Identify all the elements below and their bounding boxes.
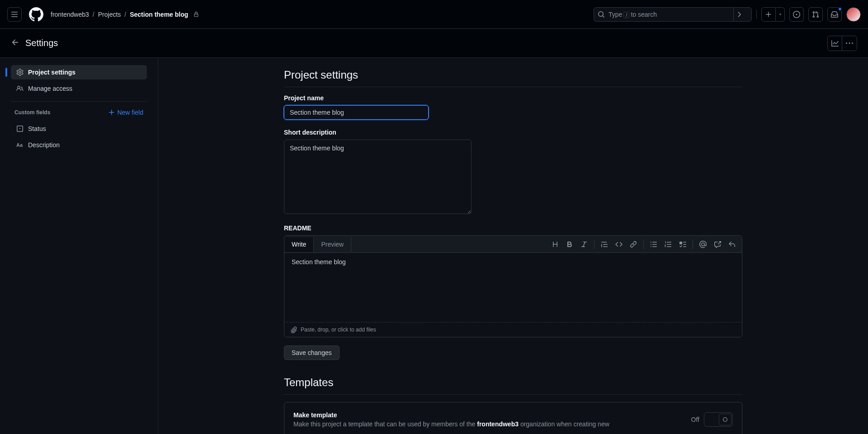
mention-button[interactable] [697, 238, 709, 251]
search-input[interactable]: Type/to search [594, 7, 752, 22]
breadcrumb-current[interactable]: Section theme blog [130, 11, 188, 18]
view-options [827, 36, 857, 51]
task-list-icon [679, 241, 686, 248]
github-icon [29, 7, 43, 22]
breadcrumb-projects[interactable]: Projects [98, 11, 121, 18]
template-description: Make this project a template that can be… [293, 420, 609, 428]
circle-icon [722, 416, 728, 423]
github-logo[interactable] [29, 7, 43, 22]
nav-field-status[interactable]: Status [11, 121, 147, 136]
hamburger-icon [11, 11, 18, 18]
editor-toolbar [549, 238, 738, 251]
lock-icon [193, 12, 199, 17]
graph-icon [831, 40, 839, 47]
pull-requests-button[interactable] [808, 7, 823, 22]
gear-icon [16, 69, 24, 76]
code-icon [615, 241, 623, 248]
numbered-list-icon [665, 241, 672, 248]
project-name-label: Project name [284, 94, 742, 102]
new-field-label: New field [117, 109, 143, 116]
quote-icon [601, 241, 608, 248]
more-options-button[interactable] [842, 36, 857, 51]
heading-icon [552, 241, 559, 248]
toolbar-separator [643, 240, 644, 249]
nav-label: Description [28, 141, 60, 149]
top-header: frontendweb3 / Projects / Section theme … [0, 0, 868, 29]
template-toggle[interactable] [704, 412, 733, 427]
task-list-button[interactable] [676, 238, 689, 251]
new-field-button[interactable]: New field [108, 109, 143, 116]
mention-icon [699, 241, 707, 248]
main-content: Project settings Project name Short desc… [158, 58, 868, 434]
reply-button[interactable] [726, 238, 738, 251]
command-palette-button[interactable] [733, 7, 748, 22]
search-icon [598, 11, 605, 18]
create-dropdown[interactable] [776, 7, 785, 22]
readme-label: README [284, 224, 742, 232]
kebab-icon [846, 40, 853, 47]
bullet-list-button[interactable] [647, 238, 660, 251]
section-title: Project settings [284, 69, 742, 87]
sidebar: Project settings Manage access Custom fi… [0, 58, 158, 434]
menu-button[interactable] [7, 7, 22, 22]
nav-manage-access[interactable]: Manage access [11, 81, 147, 96]
header-right: Type/to search [594, 7, 861, 22]
tab-write[interactable]: Write [284, 237, 314, 252]
breadcrumb-separator: / [93, 11, 94, 18]
toolbar-separator [693, 240, 693, 249]
issue-icon [793, 11, 800, 18]
toggle-label: Off [691, 416, 699, 423]
plus-icon [765, 11, 772, 18]
nav-project-settings[interactable]: Project settings [11, 65, 147, 79]
user-avatar[interactable] [846, 7, 861, 22]
nav-label: Status [28, 125, 46, 132]
editor-footer-text: Paste, drop, or click to add files [301, 327, 376, 333]
custom-fields-title: Custom fields [14, 109, 50, 116]
short-description-input[interactable]: Section theme blog [284, 140, 472, 214]
sub-header: Settings [0, 29, 868, 58]
create-menu [761, 7, 785, 22]
create-button[interactable] [761, 7, 776, 22]
back-button[interactable] [11, 38, 20, 48]
layout: Project settings Manage access Custom fi… [0, 58, 868, 434]
template-heading: Make template [293, 411, 609, 419]
pull-request-icon [812, 11, 819, 18]
template-box: Make template Make this project a templa… [284, 402, 742, 434]
save-button[interactable]: Save changes [284, 345, 340, 360]
editor-footer[interactable]: Paste, drop, or click to add files [284, 322, 742, 337]
notifications-button[interactable] [827, 7, 842, 22]
short-description-label: Short description [284, 129, 742, 136]
search-placeholder: Type/to search [609, 11, 731, 18]
tab-preview[interactable]: Preview [314, 237, 351, 252]
svg-point-1 [723, 418, 727, 422]
readme-textarea[interactable]: Section theme blog [284, 253, 742, 321]
heading-button[interactable] [549, 238, 561, 251]
insights-button[interactable] [828, 36, 842, 51]
cross-reference-icon [714, 241, 721, 248]
breadcrumb-org[interactable]: frontendweb3 [51, 11, 89, 18]
italic-button[interactable] [578, 238, 590, 251]
readme-editor: Write Preview [284, 235, 742, 337]
link-button[interactable] [627, 238, 640, 251]
command-icon [736, 11, 743, 18]
breadcrumb-separator: / [124, 11, 126, 18]
notification-indicator [838, 7, 842, 11]
bold-button[interactable] [563, 238, 576, 251]
header-divider [756, 10, 757, 19]
issues-button[interactable] [789, 7, 804, 22]
template-toggle-wrap: Off [691, 412, 733, 427]
numbered-list-button[interactable] [662, 238, 675, 251]
toolbar-separator [594, 240, 594, 249]
project-name-input[interactable] [284, 105, 429, 120]
code-button[interactable] [613, 238, 625, 251]
plus-icon [108, 109, 115, 116]
templates-title: Templates [284, 376, 742, 395]
nav-field-description[interactable]: Aa Description [11, 138, 147, 152]
nav-label: Manage access [28, 85, 72, 92]
cross-reference-button[interactable] [711, 238, 724, 251]
link-icon [630, 241, 637, 248]
quote-button[interactable] [598, 238, 611, 251]
svg-text:Aa: Aa [16, 142, 23, 148]
page-title: Settings [25, 38, 58, 48]
attachment-icon [290, 326, 297, 333]
